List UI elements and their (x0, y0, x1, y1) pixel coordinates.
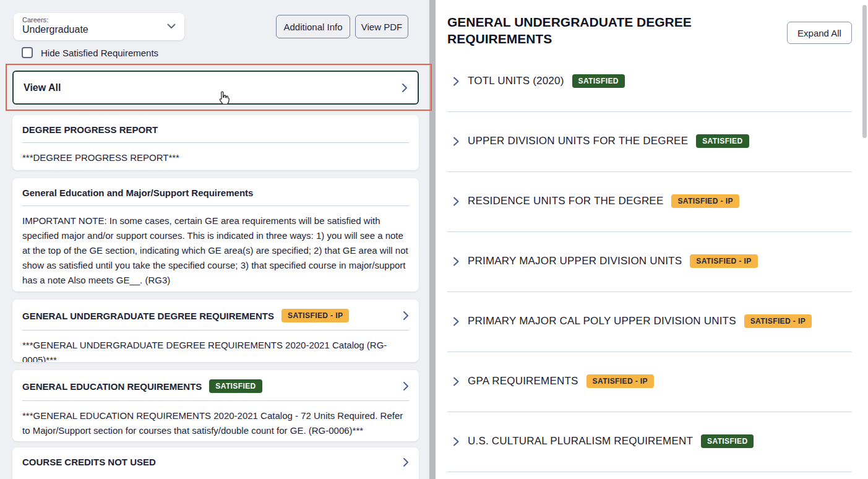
status-badge: SATISFIED (209, 379, 262, 393)
chevron-right-icon (402, 83, 408, 93)
chevron-right-icon (453, 376, 460, 387)
requirement-label: U.S. CULTURAL PLURALISM REQUIREMENT (468, 435, 693, 447)
chevron-right-icon (403, 457, 409, 467)
status-badge: SATISFIED - IP (744, 314, 812, 328)
chevron-right-icon (453, 256, 460, 267)
card-title: GENERAL UNDERGRADUATE DEGREE REQUIREMENT… (22, 311, 274, 321)
card-title: General Education and Major/Support Requ… (22, 188, 253, 198)
requirements-sidebar: Careers: Undergraduate Additional Info V… (0, 0, 429, 479)
status-badge: SATISFIED - IP (281, 309, 349, 322)
requirement-row[interactable]: RESIDENCE UNITS FOR THE DEGREE SATISFIED… (436, 186, 868, 246)
additional-info-button[interactable]: Additional Info (276, 15, 350, 38)
status-badge: SATISFIED (696, 134, 749, 148)
chevron-down-icon (167, 24, 176, 29)
requirement-row[interactable]: PRIMARY MAJOR UPPER DIVISION UNITS SATIS… (436, 246, 868, 306)
chevron-right-icon (403, 311, 409, 321)
careers-dropdown-label: Careers: (22, 16, 176, 24)
requirements-detail-panel: GENERAL UNDERGRADUATE DEGREE REQUIREMENT… (436, 0, 868, 479)
status-badge: SATISFIED (572, 74, 625, 88)
card-title: COURSE CREDITS NOT USED (22, 457, 156, 467)
view-all-button[interactable]: View All (12, 71, 419, 105)
general-education-requirements-card[interactable]: GENERAL EDUCATION REQUIREMENTS SATISFIED… (12, 370, 419, 441)
requirement-label: TOTL UNITS (2020) (468, 75, 564, 87)
general-undergrad-requirements-card[interactable]: GENERAL UNDERGRADUATE DEGREE REQUIREMENT… (12, 300, 419, 362)
chevron-right-icon (453, 196, 460, 207)
chevron-right-icon (453, 436, 460, 447)
course-credits-not-used-card[interactable]: COURSE CREDITS NOT USED (12, 447, 419, 479)
requirement-label: GPA REQUIREMENTS (468, 375, 578, 387)
status-badge: SATISFIED (701, 434, 754, 448)
hide-satisfied-checkbox[interactable] (22, 47, 33, 58)
status-badge: SATISFIED - IP (587, 374, 654, 388)
status-badge: SATISFIED - IP (671, 194, 739, 208)
right-panel-scrollbar[interactable] (862, 5, 867, 138)
card-body: ***GENERAL EDUCATION REQUIREMENTS 2020-2… (22, 401, 409, 441)
card-title: DEGREE PROGRESS REPORT (22, 124, 158, 135)
card-body: IMPORTANT NOTE: In some cases, certain G… (22, 206, 409, 291)
view-pdf-button[interactable]: View PDF (355, 15, 408, 38)
chevron-right-icon (453, 316, 460, 327)
hide-satisfied-row: Hide Satisfied Requirements (22, 47, 158, 58)
ge-major-support-card: General Education and Major/Support Requ… (12, 178, 419, 291)
card-body: ***DEGREE PROGRESS REPORT*** (22, 143, 409, 170)
expand-all-button[interactable]: Expand All (787, 22, 852, 44)
requirement-label: UPPER DIVISION UNITS FOR THE DEGREE (468, 135, 688, 147)
left-panel-scrollbar[interactable] (429, 0, 436, 479)
requirement-row[interactable]: TOTL UNITS (2020) SATISFIED (436, 66, 868, 126)
requirement-row[interactable]: PRIMARY MAJOR CAL POLY UPPER DIVISION UN… (436, 306, 868, 366)
careers-dropdown[interactable]: Careers: Undergraduate (14, 13, 184, 40)
requirement-label: PRIMARY MAJOR UPPER DIVISION UNITS (468, 255, 682, 267)
status-badge: SATISFIED - IP (690, 254, 757, 268)
degree-progress-report-card: DEGREE PROGRESS REPORT ***DEGREE PROGRES… (12, 115, 419, 170)
card-body: ***GENERAL UNDERGRADUATE DEGREE REQUIREM… (22, 330, 409, 362)
requirements-list: TOTL UNITS (2020) SATISFIED UPPER DIVISI… (436, 66, 868, 479)
chevron-right-icon (403, 381, 409, 391)
requirement-row[interactable]: U.S. CULTURAL PLURALISM REQUIREMENT SATI… (436, 426, 868, 479)
requirement-row[interactable]: UPPER DIVISION UNITS FOR THE DEGREE SATI… (436, 126, 868, 186)
page-title: GENERAL UNDERGRADUATE DEGREE REQUIREMENT… (447, 14, 720, 47)
requirement-label: PRIMARY MAJOR CAL POLY UPPER DIVISION UN… (468, 315, 736, 327)
chevron-right-icon (453, 136, 460, 147)
view-all-label: View All (24, 82, 61, 93)
careers-dropdown-value: Undergraduate (22, 24, 176, 35)
requirement-row[interactable]: GPA REQUIREMENTS SATISFIED - IP (436, 366, 868, 426)
degree-progress-app: Careers: Undergraduate Additional Info V… (0, 0, 868, 479)
card-title: GENERAL EDUCATION REQUIREMENTS (22, 381, 202, 392)
chevron-right-icon (453, 76, 460, 87)
requirement-label: RESIDENCE UNITS FOR THE DEGREE (468, 195, 663, 207)
hide-satisfied-label: Hide Satisfied Requirements (41, 48, 158, 58)
